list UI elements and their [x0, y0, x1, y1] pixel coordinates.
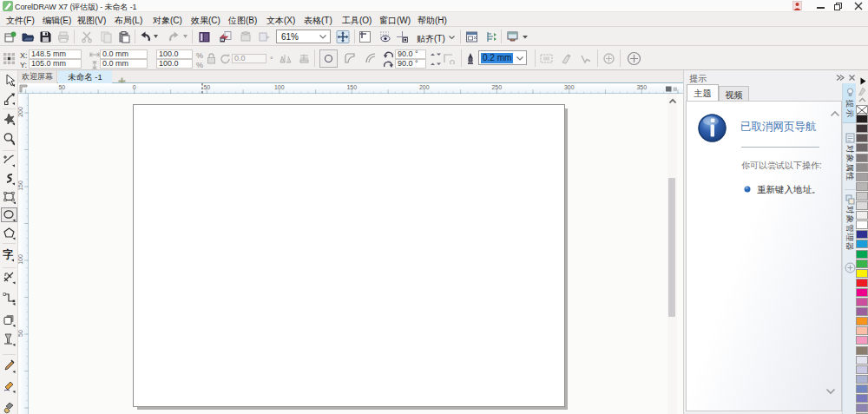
svg-text:100: 100: [18, 254, 23, 265]
svg-text:200: 200: [419, 84, 430, 90]
svg-text:50: 50: [203, 84, 210, 90]
svg-text:250: 250: [491, 84, 502, 90]
svg-text:150: 150: [346, 84, 357, 90]
svg-text:50: 50: [18, 330, 23, 337]
svg-text:0: 0: [133, 84, 136, 90]
svg-text:50: 50: [58, 84, 65, 90]
svg-text:300: 300: [564, 84, 575, 90]
svg-text:200: 200: [18, 107, 23, 117]
svg-text:350: 350: [636, 84, 647, 90]
svg-text:100: 100: [274, 84, 285, 90]
svg-text:150: 150: [18, 181, 23, 191]
